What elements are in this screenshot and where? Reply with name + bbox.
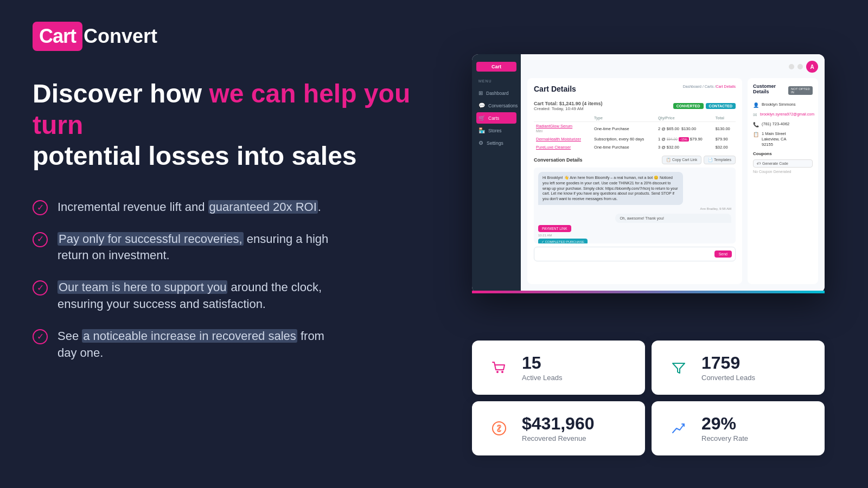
svg-point-0	[496, 371, 499, 373]
sidebar-item-conversations[interactable]: 💬 Conversations 8	[476, 100, 516, 111]
sidebar-item-carts[interactable]: 🛒 Carts	[476, 112, 516, 124]
svg-point-1	[501, 371, 503, 373]
stat-value-recovered-revenue: $431,960	[522, 414, 594, 433]
templates-button[interactable]: 📄 Templates	[704, 156, 736, 164]
sidebar-item-stores[interactable]: 🏪 Stores	[476, 125, 516, 136]
customer-email: brooklyn.syrena972@gmail.com	[760, 112, 814, 117]
chat-bubble-outgoing: Oh, awesome! Thank you!	[615, 214, 731, 223]
col-total: Total	[713, 114, 736, 122]
stat-value-converted-leads: 1759	[701, 354, 755, 373]
product-qty-1: 2 @ $65.00 $130.00	[656, 122, 713, 136]
chart-icon	[670, 420, 687, 437]
bullet-text-3: Our team is here to support you around t…	[58, 279, 322, 313]
cart-main-panel: Cart Details Dashboard / Carts / Cart De…	[527, 78, 742, 284]
stat-label-active-leads: Active Leads	[522, 374, 562, 382]
product-name-2: DermaHealth Moisturizer	[534, 135, 592, 143]
carts-icon: 🛒	[478, 115, 485, 121]
sidebar-label-settings: Settings	[487, 140, 503, 146]
stat-value-recovery-rate: 29%	[701, 414, 748, 433]
app-topbar: A	[527, 61, 818, 73]
sidebar-item-settings[interactable]: ⚙ Settings	[476, 137, 516, 149]
generate-icon: 🏷	[757, 162, 761, 165]
sidebar-label-dashboard: Dashboard	[486, 91, 509, 96]
logo: Cart Convert	[33, 22, 412, 51]
stat-card-recovered-revenue: $431,960 Recovered Revenue	[472, 401, 645, 455]
generate-label: Generate Code	[762, 162, 788, 165]
stat-icon-recovery-rate	[667, 416, 691, 440]
bullet-icon-2: ✓	[33, 232, 48, 247]
cart-status-row: Cart Total: $1,241.90 (4 items) Created:…	[534, 101, 736, 111]
headline: Discover how we can help you turn potent…	[33, 78, 412, 172]
sidebar-logo: Cart	[476, 62, 516, 72]
customer-panel: Customer Details NOT OPTED IN 👤 Brooklyn…	[748, 78, 818, 284]
stat-icon-recovered-revenue	[487, 416, 511, 440]
customer-address-field: 📋 1 Main StreetLakeview, CA92155	[753, 131, 813, 147]
col-qty: Qty/Price	[656, 114, 713, 122]
opted-in-badge: NOT OPTED IN	[788, 86, 813, 95]
sidebar-item-dashboard[interactable]: ⊞ Dashboard	[476, 87, 516, 99]
bullet-item-4: ✓ See a noticeable increase in recovered…	[33, 328, 412, 362]
money-icon	[490, 420, 508, 437]
status-badge-converted: CONVERTED	[673, 103, 704, 109]
cart-items-table: Type Qty/Price Total RadiantGlow SerumMi…	[534, 114, 736, 151]
stats-grid: 15 Active Leads 1759 Converted Leads $43…	[472, 341, 825, 455]
product-type-2: Subscription, every 60 days	[592, 135, 656, 143]
app-bottom-bar	[472, 291, 825, 293]
customer-name-field: 👤 Brooklyn Simmons	[753, 102, 813, 108]
chat-area: Hi Brooklyn! 👋 Ann here from Bloomify – …	[534, 168, 736, 243]
headline-line2: potential losses into sales	[33, 142, 357, 170]
cart-item-row: PureLuxe Cleanser One-time Purchase 3 @ …	[534, 143, 736, 151]
conv-details-header: Conversation Details 📋 Copy Cart Link 📄 …	[534, 156, 736, 164]
cart-title: Cart Details	[534, 85, 576, 93]
stat-value-active-leads: 15	[522, 354, 562, 373]
status-badge-contacted: CONTACTED	[706, 103, 736, 109]
coupon-section: Coupons 🏷 Generate Code No Coupon Genera…	[753, 151, 813, 174]
stores-icon: 🏪	[478, 127, 485, 133]
stat-info-active-leads: 15 Active Leads	[522, 354, 562, 382]
completed-purchase-btn[interactable]: ✓ COMPLETED PURCHASE	[538, 239, 588, 243]
conversations-icon: 💬	[478, 102, 485, 108]
stat-card-converted-leads: 1759 Converted Leads	[652, 341, 825, 395]
bullet-text-4: See a noticeable increase in recovered s…	[58, 328, 324, 362]
copy-cart-link-button[interactable]: 📋 Copy Cart Link	[662, 156, 701, 164]
cart-total-info: Cart Total: $1,241.90 (4 items) Created:…	[534, 101, 602, 111]
customer-phone: (781) 723-4062	[762, 121, 789, 127]
app-main: A Cart Details Dashboard / Carts / Cart …	[521, 54, 825, 293]
cart-item-row: RadiantGlow SerumMini One-time Purchase …	[534, 122, 736, 136]
bullet-item-3: ✓ Our team is here to support you around…	[33, 279, 412, 313]
col-product	[534, 114, 592, 122]
send-button[interactable]: Send	[714, 251, 732, 258]
cart-item-row: DermaHealth Moisturizer Subscription, ev…	[534, 135, 736, 143]
bullet-list: ✓ Incremental revenue lift and guarantee…	[33, 199, 412, 362]
headline-discover: Discover how	[33, 79, 209, 108]
bullet-item-2: ✓ Pay only for successful recoveries, en…	[33, 231, 412, 265]
settings-icon: ⚙	[478, 140, 483, 146]
stat-card-active-leads: 15 Active Leads	[472, 341, 645, 395]
product-name-3: PureLuxe Cleanser	[534, 143, 592, 151]
sidebar-menu-label: MENU	[476, 79, 516, 83]
logo-cart-part: Cart	[33, 22, 82, 51]
email-icon: ✉	[753, 112, 757, 118]
address-icon: 📋	[753, 132, 759, 137]
customer-address: 1 Main StreetLakeview, CA92155	[762, 131, 786, 147]
phone-icon: 📞	[753, 122, 759, 127]
stat-label-recovery-rate: Recovery Rate	[701, 434, 748, 442]
app-inner: Cart MENU ⊞ Dashboard 💬 Conversations 8 …	[472, 54, 825, 293]
filter-icon	[670, 359, 687, 376]
no-coupon-text: No Coupon Generated	[753, 170, 813, 174]
stat-info-recovery-rate: 29% Recovery Rate	[701, 414, 748, 442]
logo-convert-part: Convert	[84, 25, 157, 48]
sidebar-label-carts: Carts	[488, 115, 499, 121]
stat-label-recovered-revenue: Recovered Revenue	[522, 434, 594, 442]
payment-link-btn[interactable]: PAYMENT LINK	[538, 225, 571, 232]
product-total-3: $32.00	[713, 143, 736, 151]
generate-code-button[interactable]: 🏷 Generate Code	[753, 159, 813, 168]
stat-label-converted-leads: Converted Leads	[701, 374, 755, 382]
incoming-meta: Ann Bradley, 9:58 AM	[538, 207, 731, 210]
product-name-1: RadiantGlow SerumMini	[534, 122, 592, 136]
breadcrumb: Dashboard / Carts / Cart Details	[683, 85, 736, 88]
coupon-section-title: Coupons	[753, 151, 813, 156]
dashboard-icon: ⊞	[478, 90, 483, 96]
chat-bubble-incoming: Hi Brooklyn! 👋 Ann here from Bloomify – …	[538, 172, 683, 205]
status-badges: CONVERTED CONTACTED	[673, 103, 736, 109]
